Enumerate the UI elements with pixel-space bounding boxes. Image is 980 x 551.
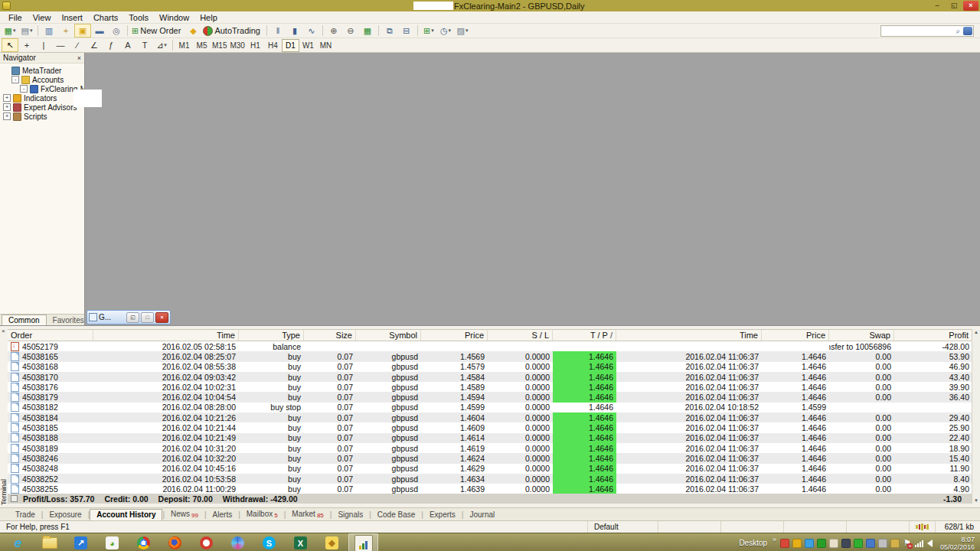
volume-icon[interactable] [927, 540, 933, 547]
tray-google-icon[interactable] [792, 539, 802, 548]
tray-safari-icon[interactable] [805, 539, 814, 548]
minimize-button[interactable]: – [929, 1, 945, 11]
strategy-tester-button[interactable]: ◎ [108, 24, 125, 37]
taskbar-metatrader[interactable] [348, 533, 378, 551]
zoom-in-button[interactable]: ⊕ [325, 24, 342, 37]
vertical-line-button[interactable]: | [35, 38, 52, 52]
arrange-windows-button[interactable]: ⊟ [398, 24, 415, 37]
profiles-button[interactable]: ▤▾ [18, 24, 35, 37]
menu-file[interactable]: File [3, 12, 28, 23]
column-header-swap[interactable]: Swap [829, 330, 894, 341]
trendline-button[interactable]: ∕ [69, 38, 86, 52]
table-row[interactable]: 450382552016.02.04 11:00:29buy0.07gbpusd… [8, 484, 972, 494]
chart-close-button[interactable]: × [155, 312, 168, 323]
chart-restore-button[interactable]: ◱ [126, 312, 139, 323]
tab-code-base[interactable]: Code Base [371, 510, 421, 520]
table-row[interactable]: 450382522016.02.04 10:53:58buy0.07gbpusd… [8, 474, 972, 484]
column-header-profit[interactable]: Profit [894, 330, 972, 341]
minimized-chart-window[interactable]: G... ◱ □ × [87, 310, 171, 324]
tray-nvidia-icon[interactable] [854, 539, 863, 548]
menu-window[interactable]: Window [154, 12, 194, 23]
tab-trade[interactable]: Trade [9, 510, 41, 520]
desktop-button[interactable]: Desktop [739, 539, 767, 547]
crosshair-button[interactable]: + [18, 38, 35, 52]
taskbar-internet-explorer[interactable]: e [3, 533, 33, 551]
search-chat-icon[interactable] [963, 27, 972, 35]
accounts-expander-icon[interactable]: - [11, 76, 19, 83]
column-header-price[interactable]: Price [421, 330, 488, 341]
tab-experts[interactable]: Experts [423, 510, 462, 520]
menu-view[interactable]: View [28, 12, 57, 23]
status-profile[interactable]: Default [588, 521, 658, 533]
timeframe-m5-button[interactable]: M5 [193, 39, 211, 52]
taskbar-yellow-app[interactable]: ◆ [317, 533, 347, 551]
column-header-symbol[interactable]: Symbol [356, 330, 421, 341]
taskbar-firefox[interactable] [160, 533, 190, 551]
column-header-time[interactable]: Time [616, 330, 762, 341]
table-row[interactable]: 450381762016.02.04 10:02:31buy0.07gbpusd… [8, 382, 972, 392]
tab-mailbox[interactable]: Mailbox5 [240, 509, 284, 520]
market-watch-button[interactable]: ▥ [41, 24, 57, 37]
table-row[interactable]: 450382482016.02.04 10:45:16buy0.07gbpusd… [8, 464, 972, 474]
table-row[interactable]: 450381792016.02.04 10:04:54buy0.07gbpusd… [8, 392, 972, 402]
tray-pen-icon[interactable] [890, 539, 900, 548]
new-order-button[interactable]: ⊞New Order [130, 24, 185, 37]
cascade-windows-button[interactable]: ⧉ [381, 24, 398, 37]
account-fxclearing-main2-expander-icon[interactable]: - [20, 85, 28, 93]
search-input[interactable] [881, 27, 954, 35]
candlestick-chart-button[interactable]: ▮ [286, 24, 303, 37]
navigator-item-account-fxclearing-main2[interactable]: -FxClearing-Main2 [0, 84, 84, 93]
menu-charts[interactable]: Charts [88, 12, 123, 23]
table-row[interactable]: 450381892016.02.04 10:31:20buy0.07gbpusd… [8, 443, 972, 453]
templates-button[interactable]: ▨▾ [454, 24, 471, 37]
taskbar-chrome[interactable] [129, 533, 158, 551]
navigator-button[interactable]: ▣ [74, 24, 91, 37]
new-chart-button[interactable]: ▦▾ [2, 24, 18, 37]
action-center-flag-icon[interactable]: ⚑ [903, 538, 911, 548]
table-row[interactable]: 450382462016.02.04 10:32:20buy0.07gbpusd… [8, 453, 972, 463]
table-row[interactable]: 450521792016.02.05 02:58:15balanceTransf… [8, 341, 972, 351]
table-row[interactable]: 450381682016.02.04 08:55:38buy0.07gbpusd… [8, 362, 972, 372]
navigator-item-metatrader[interactable]: MetaTrader [0, 66, 84, 75]
timeframe-m15-button[interactable]: M15 [211, 39, 228, 52]
table-row[interactable]: 450381882016.02.04 10:21:49buy0.07gbpusd… [8, 433, 972, 443]
metaeditor-button[interactable]: ◆ [185, 24, 201, 37]
tray-ie-icon[interactable] [866, 539, 875, 548]
cursor-button[interactable]: ↖ [2, 38, 18, 52]
line-chart-button[interactable]: ∿ [303, 24, 320, 37]
navigator-tab-favorites[interactable]: Favorites [47, 315, 91, 325]
tray-expand-icon[interactable]: » [773, 536, 776, 543]
tab-alerts[interactable]: Alerts [207, 510, 239, 520]
autotrading-button[interactable]: AutoTrading [201, 24, 264, 37]
scroll-up-icon[interactable]: ▲ [974, 329, 978, 335]
column-header-order[interactable]: Order [8, 330, 93, 341]
indicators-expander-icon[interactable]: + [3, 94, 11, 102]
tray-display-icon[interactable] [841, 539, 851, 548]
tray-mail-icon[interactable] [878, 539, 887, 548]
table-row[interactable]: 450381822016.02.04 08:28:00buy stop0.07g… [8, 403, 972, 412]
tab-exposure[interactable]: Exposure [43, 510, 87, 520]
navigator-close-icon[interactable]: × [77, 54, 81, 62]
tray-note-icon[interactable] [829, 539, 838, 548]
timeframe-h1-button[interactable]: H1 [247, 39, 264, 52]
text-button[interactable]: A [119, 38, 136, 52]
scroll-down-icon[interactable]: ▼ [974, 497, 978, 504]
terminal-close-icon[interactable]: × [2, 328, 5, 334]
table-row[interactable]: 450381852016.02.04 10:21:44buy0.07gbpusd… [8, 422, 972, 432]
column-header-sl[interactable]: S / L [488, 330, 553, 341]
terminal-button[interactable]: ▬ [91, 24, 108, 37]
taskbar-skype[interactable]: S [254, 533, 284, 551]
taskbar-file-explorer[interactable] [34, 533, 64, 551]
tab-journal[interactable]: Journal [463, 510, 501, 520]
menu-help[interactable]: Help [194, 12, 223, 23]
chart-maximize-button[interactable]: □ [141, 312, 154, 323]
table-row[interactable]: 450381652016.02.04 08:25:07buy0.07gbpusd… [8, 351, 972, 361]
timeframe-h4-button[interactable]: H4 [264, 39, 282, 52]
column-header-price[interactable]: Price [762, 330, 829, 341]
timeframe-mn-button[interactable]: MN [317, 39, 335, 52]
tray-sync-icon[interactable] [817, 539, 826, 548]
menu-tools[interactable]: Tools [123, 12, 154, 23]
text-label-button[interactable]: T [136, 38, 153, 52]
timeframe-d1-button[interactable]: D1 [282, 39, 299, 52]
zoom-out-button[interactable]: ⊖ [342, 24, 359, 37]
